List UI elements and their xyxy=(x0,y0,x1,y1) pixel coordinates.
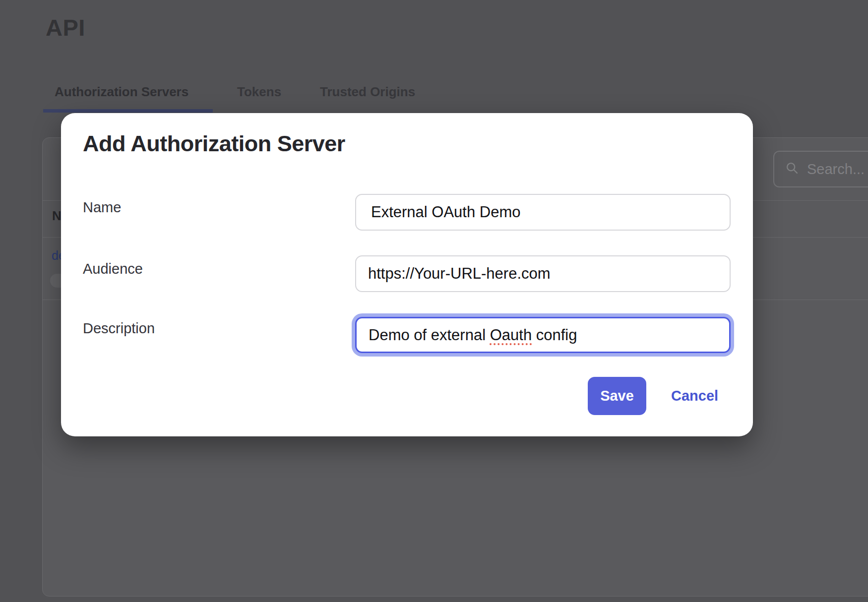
name-label: Name xyxy=(83,199,121,216)
description-text-before: Demo of external xyxy=(369,326,490,344)
cancel-button[interactable]: Cancel xyxy=(671,377,718,415)
add-authorization-server-dialog: Add Authorization Server Name Audience D… xyxy=(61,113,753,436)
description-input[interactable]: Demo of external Oauth config xyxy=(355,317,731,353)
misspelled-word: Oauth xyxy=(490,326,532,344)
description-label: Description xyxy=(83,320,155,337)
dialog-title: Add Authorization Server xyxy=(83,131,345,157)
audience-input[interactable] xyxy=(355,255,731,292)
screen: API Authorization Servers Tokens Trusted… xyxy=(0,0,868,602)
name-input[interactable] xyxy=(355,194,731,231)
description-text-after: config xyxy=(532,326,577,344)
save-button[interactable]: Save xyxy=(588,377,646,415)
audience-label: Audience xyxy=(83,261,143,277)
